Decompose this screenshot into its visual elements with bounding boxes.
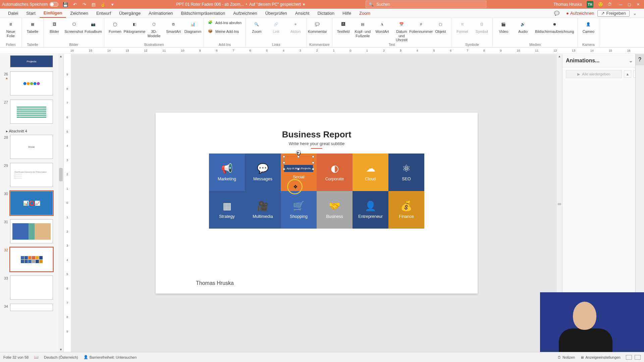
record-button[interactable]: ● Aufzeichnen: [563, 11, 597, 16]
emoji-icon[interactable]: 🙂: [598, 2, 603, 7]
tab-aufzeichnen[interactable]: Aufzeichnen: [229, 9, 261, 18]
redo-icon[interactable]: ↷: [81, 1, 87, 7]
slide-thumb-28[interactable]: Ende: [10, 135, 53, 159]
move-up-icon[interactable]: ▲: [624, 70, 631, 78]
chart-button[interactable]: 📊Diagramm: [185, 19, 201, 34]
tile-strategy[interactable]: ▦Strategy: [209, 191, 245, 229]
tile-messages[interactable]: 💬Messages: [245, 154, 281, 191]
textbox-button[interactable]: 🅰Textfeld: [335, 19, 351, 34]
tile-shopping[interactable]: 🛒Shopping: [281, 191, 317, 229]
scroll-up-icon[interactable]: ▲: [557, 54, 562, 59]
audio-button[interactable]: 🔊Audio: [515, 19, 531, 34]
help-icon[interactable]: ?: [636, 54, 644, 65]
screenrec-button[interactable]: ⏺Bildschirmaufzeichnung: [534, 19, 575, 34]
my-addins-button[interactable]: 📦Meine Add-Ins: [207, 28, 243, 35]
thumbnail-scrollbar[interactable]: ▲ ▼: [58, 54, 63, 352]
table-button[interactable]: ▦Tabelle: [24, 19, 41, 34]
object-button[interactable]: ▢Objekt: [432, 19, 448, 34]
scroll-nub[interactable]: [558, 203, 561, 205]
notes-button[interactable]: 🗒 Notizen: [557, 355, 575, 359]
video-button[interactable]: 🎬Video: [495, 19, 512, 34]
equation-button[interactable]: πFormel: [454, 19, 470, 34]
tile-multimedia[interactable]: 🎥Multimedia: [245, 191, 281, 229]
collapse-ribbon-icon[interactable]: ⌄: [630, 11, 640, 16]
tab-bildschirm[interactable]: Bildschirmpräsentation: [177, 9, 229, 18]
symbol-button[interactable]: ΩSymbol: [474, 19, 490, 34]
action-button[interactable]: ★Aktion: [287, 19, 304, 34]
slide-thumb-34[interactable]: [10, 304, 53, 311]
new-slide-button[interactable]: 🗎Neue Folie: [3, 19, 19, 38]
slide-thumb-31[interactable]: [10, 219, 53, 243]
3dmodels-button[interactable]: ⬡3D-Modelle: [146, 19, 162, 38]
slide-canvas[interactable]: Business Report Write here your great su…: [156, 113, 478, 294]
dropdown-icon[interactable]: ▾: [109, 1, 115, 7]
tab-start[interactable]: Start: [22, 9, 39, 18]
wordart-button[interactable]: 𝐀WordArt: [374, 19, 390, 34]
tile-marketing[interactable]: 📢Marketing: [209, 154, 245, 191]
tab-ueberpruefen[interactable]: Überprüfen: [261, 9, 291, 18]
undo-icon[interactable]: ↶: [72, 1, 78, 7]
pictures-button[interactable]: 🖼Bilder: [46, 19, 62, 34]
share-button[interactable]: ↗ Freigeben: [597, 10, 630, 17]
scroll-down-icon[interactable]: ▼: [58, 347, 63, 352]
tab-zoom[interactable]: Zoom: [355, 9, 374, 18]
chevron-down-icon[interactable]: ▾: [303, 2, 305, 7]
slidenumber-button[interactable]: #Foliennummer: [413, 19, 429, 34]
header-footer-button[interactable]: ▤Kopf- und Fußzeile: [355, 19, 371, 38]
save-icon[interactable]: 💾: [62, 1, 68, 7]
chevron-down-icon[interactable]: ⌄: [629, 57, 633, 64]
save-location[interactable]: Auf "diesem PC" gespeichert: [249, 2, 301, 7]
tile-business[interactable]: 🤝Business: [317, 191, 353, 229]
datetime-button[interactable]: 📅Datum und Uhrzeit: [393, 19, 410, 42]
icons-button[interactable]: ◧Piktogramme: [126, 19, 143, 34]
tab-animationen[interactable]: Animationen: [145, 9, 177, 18]
play-all-button[interactable]: ▶ Alle wiedergeben: [566, 70, 622, 78]
close-button[interactable]: ✕: [634, 1, 642, 7]
selection-box[interactable]: ↻: [284, 157, 313, 169]
history-icon[interactable]: ⏱: [608, 2, 612, 7]
link-button[interactable]: 🔗Link: [268, 19, 284, 34]
cameo-button[interactable]: 👤Cameo: [580, 19, 596, 34]
user-avatar[interactable]: TH: [587, 1, 593, 8]
shapes-button[interactable]: ◯Formen: [107, 19, 123, 34]
tile-cloud[interactable]: ☁Cloud: [353, 154, 388, 191]
tile-seo[interactable]: ⚛SEO: [388, 154, 424, 191]
slide-thumb-partial[interactable]: Projects: [10, 55, 53, 67]
slide-author[interactable]: Thomas Hruska: [196, 280, 234, 286]
slide-thumb-27[interactable]: [10, 100, 53, 124]
tile-corporate[interactable]: ◐Corporate: [317, 154, 353, 191]
tab-dictation[interactable]: Dictation: [313, 9, 338, 18]
slide-thumb-29[interactable]: Dashboard basierende Präsentation• ———• …: [10, 163, 53, 187]
slide-editor[interactable]: Business Report Write here your great su…: [71, 54, 562, 352]
tab-einfuegen[interactable]: Einfügen: [40, 9, 66, 18]
photoalbum-button[interactable]: 📷Fotoalbum: [85, 19, 101, 34]
maximize-button[interactable]: ▢: [625, 1, 633, 7]
accessibility-button[interactable]: 👤 Barrierefreiheit: Untersuchen: [84, 355, 137, 359]
scroll-thumb[interactable]: [59, 168, 63, 181]
rotate-handle-icon[interactable]: ↻: [296, 150, 301, 155]
section-header[interactable]: ▸ Abschnitt 4: [2, 128, 56, 135]
tab-ansicht[interactable]: Ansicht: [291, 9, 314, 18]
search-box[interactable]: 🔍 Suchen: [366, 1, 486, 8]
scroll-up-icon[interactable]: ▲: [58, 54, 63, 59]
slide-thumb-26[interactable]: 🔵🟠🟢🔵🟣: [10, 71, 53, 96]
tile-entrepreneur[interactable]: 👤Entrepreneur: [353, 191, 388, 229]
tab-datei[interactable]: Datei: [4, 9, 22, 18]
document-name[interactable]: PPT 01 Roter Faden 006 - ab Zoom...: [176, 2, 244, 7]
present-icon[interactable]: ▤: [91, 1, 97, 7]
user-name[interactable]: Thomas Hruska: [553, 2, 582, 7]
screenshot-button[interactable]: 🖵Screenshot: [66, 19, 82, 34]
slide-thumb-32[interactable]: [10, 247, 53, 272]
sorter-view-icon[interactable]: [635, 355, 641, 360]
slide-thumb-33[interactable]: [10, 276, 53, 300]
comment-button[interactable]: 💬Kommentar: [309, 19, 325, 34]
spellcheck-icon[interactable]: 📖: [34, 355, 39, 359]
display-settings-button[interactable]: 🖥 Anzeigeeinstellungen: [580, 355, 621, 359]
slide-thumb-30[interactable]: 📊⭕📈: [10, 191, 53, 215]
get-addins-button[interactable]: 🧩Add-Ins abrufen: [207, 19, 243, 26]
slide-counter[interactable]: Folie 32 von 58: [3, 355, 29, 359]
autosave-toggle[interactable]: Automatisches Speichern: [2, 2, 58, 7]
language-indicator[interactable]: Deutsch (Österreich): [44, 355, 78, 359]
tab-hilfe[interactable]: Hilfe: [338, 9, 355, 18]
smartart-button[interactable]: ⧉SmartArt: [165, 19, 181, 34]
